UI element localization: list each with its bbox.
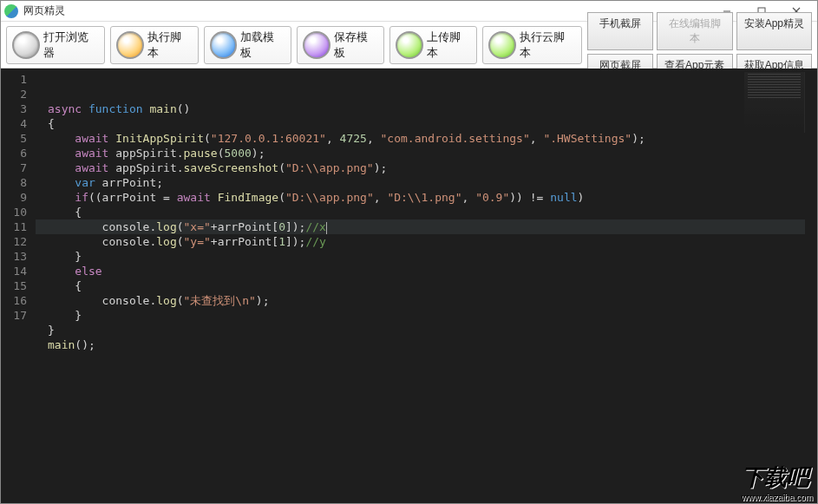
toolbar-label: 执行云脚本 (520, 29, 575, 61)
code-line[interactable]: if((arrPoint = await FindImage("D:\\app.… (36, 190, 817, 205)
code-line[interactable]: async function main() (36, 101, 817, 116)
open-browser-button[interactable]: 打开浏览器 (6, 26, 105, 64)
orb-icon (396, 31, 423, 59)
online-edit-button: 在线编辑脚本 (657, 12, 733, 50)
minimap[interactable] (744, 72, 805, 133)
toolbar-label: 加载模板 (240, 29, 285, 61)
code-line[interactable]: console.log("y="+arrPoint[1]);//y (36, 234, 817, 249)
orb-icon (116, 31, 144, 59)
run-script-button[interactable]: 执行脚本 (110, 26, 198, 64)
code-line[interactable]: { (36, 116, 817, 131)
orb-icon (12, 31, 40, 59)
code-line[interactable]: main(); (36, 337, 817, 352)
cursor-icon (326, 222, 327, 234)
code-line[interactable]: { (36, 205, 817, 219)
code-line[interactable]: else (36, 264, 817, 278)
toolbar-label: 执行脚本 (147, 29, 193, 61)
load-template-button[interactable]: 加载模板 (204, 26, 291, 64)
code-line[interactable]: await appSpirit.saveScreenshot("D:\\app.… (36, 160, 817, 175)
code-line[interactable]: await appSpirit.pause(5000); (36, 146, 817, 160)
install-app-button[interactable]: 安装App精灵 (736, 12, 812, 50)
save-template-button[interactable]: 保存模板 (297, 26, 384, 64)
toolbar-label: 保存模板 (334, 29, 379, 61)
code-line[interactable]: console.log("未查找到\n"); (36, 293, 817, 308)
code-line[interactable]: { (36, 278, 817, 293)
toolbar-label: 打开浏览器 (43, 29, 99, 61)
upload-script-button[interactable]: 上传脚本 (389, 26, 477, 64)
code-line[interactable]: } (36, 249, 817, 264)
code-area[interactable]: async function main(){ await InitAppSpir… (36, 69, 817, 503)
code-line[interactable]: } (36, 308, 817, 323)
line-gutter: 1234567891011121314151617 (1, 69, 36, 503)
vertical-scrollbar[interactable] (805, 69, 817, 503)
side-buttons: 手机截屏在线编辑脚本安装App精灵网页截屏查看App元素获取App信息 (587, 12, 812, 77)
phone-screenshot-button[interactable]: 手机截屏 (587, 12, 653, 50)
run-cloud-button[interactable]: 执行云脚本 (482, 26, 581, 64)
code-line[interactable]: var arrPoint; (36, 175, 817, 190)
orb-icon (210, 31, 238, 59)
app-logo-icon (4, 4, 18, 18)
toolbar-label: 上传脚本 (427, 29, 472, 61)
orb-icon (488, 31, 516, 59)
orb-icon (303, 31, 330, 59)
code-line[interactable]: } (36, 323, 817, 337)
main-toolbar: 打开浏览器执行脚本加载模板保存模板上传脚本执行云脚本 手机截屏在线编辑脚本安装A… (1, 22, 817, 69)
code-line[interactable]: await InitAppSpirit("127.0.0.1:60021", 4… (36, 131, 817, 146)
code-line[interactable]: console.log("x="+arrPoint[0]);//x (36, 219, 817, 234)
code-editor[interactable]: 1234567891011121314151617 async function… (1, 69, 817, 503)
